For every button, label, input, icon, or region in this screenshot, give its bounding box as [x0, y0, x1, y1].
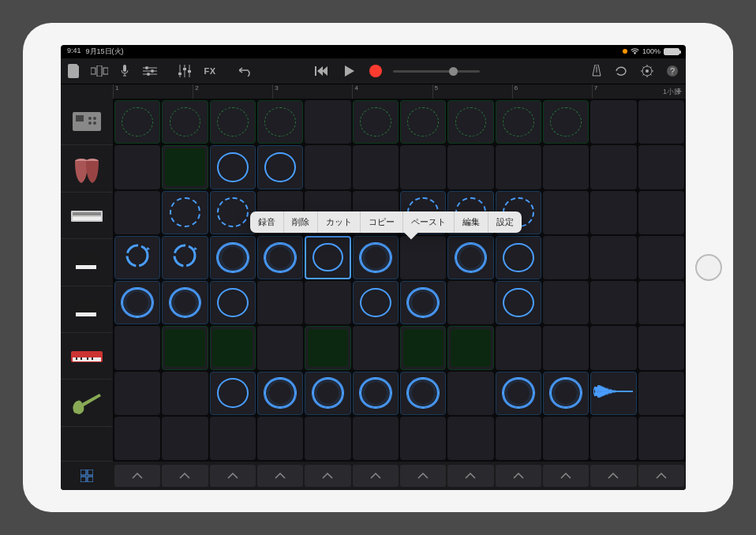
loop-cell[interactable] [353, 281, 399, 324]
ctx-cut[interactable]: カット [318, 211, 361, 233]
loop-cell[interactable] [114, 372, 160, 415]
loop-cell[interactable] [210, 100, 256, 144]
loop-cell[interactable] [114, 281, 160, 324]
loop-cell[interactable] [638, 145, 684, 189]
column-trigger[interactable] [496, 465, 541, 487]
loop-cell[interactable] [305, 372, 350, 415]
loop-cell[interactable] [162, 145, 208, 189]
timeline-ruler[interactable]: 1 2 3 4 5 6 7 + 1小節 [61, 84, 686, 99]
rewind-button[interactable] [313, 62, 330, 80]
loop-cell[interactable] [638, 372, 684, 415]
track-synth[interactable] [61, 193, 113, 239]
loop-cell[interactable] [590, 100, 636, 144]
loop-cell[interactable] [400, 145, 446, 189]
loop-cell[interactable] [257, 100, 303, 144]
loop-cell[interactable] [447, 417, 493, 460]
loop-cell[interactable] [543, 281, 589, 324]
loop-cell[interactable] [447, 145, 493, 189]
loop-cell[interactable] [210, 417, 256, 460]
my-songs-button[interactable] [65, 62, 83, 80]
loop-cell[interactable] [162, 417, 208, 460]
loop-cell[interactable] [210, 145, 256, 189]
loop-cell[interactable] [257, 326, 303, 369]
loop-cell[interactable] [257, 372, 303, 415]
track-drum-machine[interactable] [61, 99, 113, 145]
loop-cell[interactable] [400, 417, 446, 460]
loop-cell[interactable] [114, 145, 160, 189]
column-trigger[interactable] [210, 465, 256, 487]
grid-view-icon[interactable] [61, 462, 113, 490]
loop-cell[interactable] [162, 326, 208, 369]
loop-cell[interactable] [210, 326, 256, 369]
mic-button[interactable] [116, 62, 133, 80]
loop-cell[interactable] [353, 417, 399, 460]
ctx-paste[interactable]: ペースト [403, 211, 455, 233]
loop-cell[interactable] [400, 100, 446, 144]
loop-cell[interactable] [496, 417, 541, 460]
settings-icon[interactable] [638, 62, 656, 80]
mixer-button[interactable] [176, 62, 193, 80]
column-trigger[interactable] [400, 465, 446, 487]
loop-cell[interactable] [590, 145, 636, 189]
metronome-button[interactable] [588, 62, 605, 80]
loop-cell[interactable] [114, 100, 160, 144]
loop-cell[interactable] [447, 372, 493, 415]
loop-cell[interactable] [400, 281, 446, 324]
loop-cell[interactable] [590, 236, 636, 279]
loop-cell[interactable] [496, 145, 541, 189]
column-trigger[interactable] [447, 465, 493, 487]
ctx-record[interactable]: 録音 [250, 211, 284, 233]
loop-cell[interactable] [114, 236, 160, 279]
loop-cell[interactable] [305, 281, 350, 324]
loop-cell[interactable] [257, 417, 303, 460]
column-trigger[interactable] [543, 465, 589, 487]
loop-cell[interactable] [447, 100, 493, 144]
loop-cell[interactable] [447, 281, 493, 324]
loop-cell[interactable] [114, 191, 160, 234]
loop-cell[interactable] [353, 236, 399, 279]
column-trigger[interactable] [638, 465, 684, 487]
loop-cell[interactable] [590, 372, 636, 415]
loop-cell[interactable] [638, 100, 684, 144]
ctx-edit[interactable]: 編集 [455, 211, 488, 233]
loop-cell[interactable] [162, 236, 208, 279]
undo-button[interactable] [238, 62, 255, 80]
track-piano-2[interactable] [61, 286, 113, 333]
loop-cell[interactable] [496, 281, 541, 324]
loop-cell[interactable] [305, 100, 350, 144]
loop-cell[interactable] [257, 236, 303, 279]
loop-cell[interactable] [638, 281, 684, 324]
column-trigger[interactable] [590, 465, 636, 487]
track-keyboard[interactable] [61, 333, 113, 380]
loop-cell[interactable] [638, 326, 684, 369]
loop-cell[interactable] [114, 417, 160, 460]
loop-cell[interactable] [210, 236, 256, 279]
play-button[interactable] [341, 62, 358, 80]
loop-cell[interactable] [162, 191, 208, 234]
loop-cell[interactable] [305, 326, 350, 369]
track-piano-1[interactable] [61, 239, 113, 286]
ctx-copy[interactable]: コピー [361, 211, 403, 233]
loop-cell[interactable] [114, 326, 160, 369]
loop-cell[interactable] [543, 236, 589, 279]
loop-cell[interactable] [638, 417, 684, 460]
loop-cell[interactable] [353, 145, 399, 189]
loop-cell[interactable] [210, 372, 256, 415]
bar-display[interactable]: 1小節 [663, 87, 681, 97]
loop-cell[interactable] [210, 191, 256, 234]
loop-cell[interactable] [447, 236, 493, 279]
loop-cell[interactable] [305, 145, 350, 189]
loop-cell[interactable] [496, 372, 541, 415]
loop-cell[interactable] [210, 281, 256, 324]
fx-button[interactable]: FX [201, 62, 219, 80]
column-trigger[interactable] [353, 465, 399, 487]
loop-cell[interactable] [162, 281, 208, 324]
loop-cell[interactable] [543, 145, 589, 189]
loop-cell[interactable] [162, 100, 208, 144]
loop-cell[interactable] [590, 281, 636, 324]
loop-cell[interactable] [305, 417, 350, 460]
column-trigger[interactable] [114, 465, 160, 487]
loop-cell[interactable] [496, 100, 541, 144]
ctx-settings[interactable]: 設定 [488, 211, 522, 233]
loop-cell[interactable] [162, 372, 208, 415]
